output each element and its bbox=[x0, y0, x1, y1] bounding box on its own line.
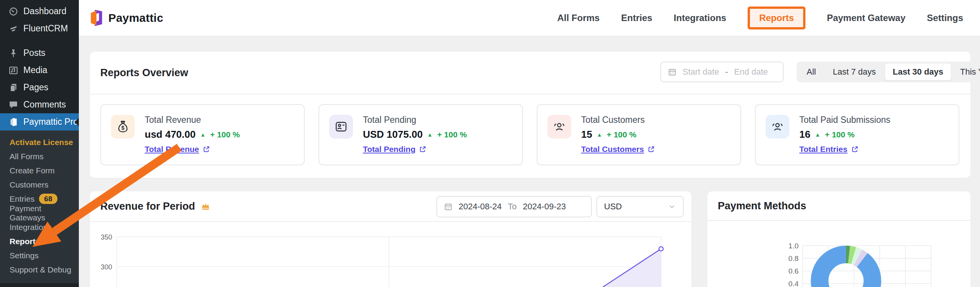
tab-reports[interactable]: Reports bbox=[748, 7, 805, 29]
sidebar-item-label: Paymattic Pro bbox=[23, 117, 78, 127]
stat-change: + 100 % bbox=[825, 130, 855, 139]
sidebar-item-label: Pages bbox=[23, 82, 48, 93]
revenue-for-period-card: Revenue for Period 2024-08-24 To 2024-09… bbox=[90, 191, 691, 287]
currency-select-value: USD bbox=[604, 202, 622, 212]
stat-card-total-revenue: $ Total Revenue usd 470.00 ▲ + 100 % Tot… bbox=[100, 104, 305, 165]
revenue-start-date: 2024-08-24 bbox=[459, 202, 502, 212]
sidebar-item-label: Media bbox=[23, 65, 47, 75]
stat-change: + 100 % bbox=[437, 130, 467, 139]
stat-value: 16 bbox=[799, 129, 810, 140]
money-bag-icon: $ bbox=[111, 115, 135, 139]
revenue-date-range-input[interactable]: 2024-08-24 To 2024-09-23 bbox=[436, 196, 592, 217]
stat-content: Total Pending USD 1075.00 ▲ + 100 % Tota… bbox=[363, 115, 467, 155]
calendar-icon bbox=[668, 68, 676, 76]
entries-count-badge: 68 bbox=[39, 194, 57, 204]
top-navigation: All Forms Entries Integrations Reports P… bbox=[557, 7, 980, 29]
crown-icon bbox=[201, 201, 211, 211]
overview-header: Reports Overview Start date - End date A… bbox=[90, 52, 970, 95]
external-link-icon bbox=[647, 145, 655, 153]
stat-value: USD 1075.00 bbox=[363, 129, 423, 140]
sidebar-item-reports[interactable]: Reports bbox=[0, 234, 79, 248]
external-link-icon bbox=[851, 145, 859, 153]
stat-card-total-paid-submissions: Total Paid Submissions 16 ▲ + 100 % Tota… bbox=[755, 104, 959, 165]
pushpin-icon bbox=[8, 48, 18, 58]
sidebar-item-settings[interactable]: Settings bbox=[0, 248, 79, 263]
end-date-placeholder: End date bbox=[734, 67, 768, 77]
pages-icon bbox=[8, 83, 18, 93]
revenue-end-date: 2024-09-23 bbox=[523, 202, 566, 212]
sidebar-item-create-form[interactable]: Create Form bbox=[0, 163, 79, 178]
paymattic-logo-icon bbox=[90, 10, 103, 26]
submenu-label: All Forms bbox=[10, 152, 44, 161]
stat-link-total-pending[interactable]: Total Pending bbox=[363, 145, 467, 154]
range-button-last-7-days[interactable]: Last 7 days bbox=[825, 64, 884, 80]
stat-link-total-customers[interactable]: Total Customers bbox=[581, 145, 655, 154]
submenu-label: Create Form bbox=[10, 166, 55, 175]
trend-up-icon: ▲ bbox=[597, 132, 602, 138]
id-card-icon bbox=[329, 115, 353, 139]
sidebar-separator bbox=[0, 37, 79, 44]
stat-link-total-revenue[interactable]: Total Revenue bbox=[145, 145, 240, 154]
overview-date-range-input[interactable]: Start date - End date bbox=[660, 62, 784, 82]
range-button-this-year[interactable]: This Year bbox=[952, 64, 980, 80]
paymattic-reports-page: Dashboard FluentCRM Posts Media Pages Co… bbox=[0, 0, 980, 287]
sidebar-item-label: Comments bbox=[23, 99, 66, 110]
submenu-label: Settings bbox=[10, 251, 39, 260]
reports-overview-card: Reports Overview Start date - End date A… bbox=[90, 52, 970, 178]
submenu-label: Payment Gateways bbox=[10, 204, 79, 222]
page-title: Reports Overview bbox=[100, 67, 188, 79]
sidebar-item-posts[interactable]: Posts bbox=[0, 44, 79, 62]
sidebar-item-activate-license[interactable]: Activate License bbox=[0, 135, 79, 149]
stat-link-label: Total Revenue bbox=[145, 145, 199, 154]
sidebar-item-media[interactable]: Media bbox=[0, 62, 79, 79]
date-range-segmented-control: All Last 7 days Last 30 days This Year bbox=[797, 62, 980, 82]
stat-card-total-customers: Total Customers 15 ▲ + 100 % Total Custo… bbox=[537, 104, 741, 165]
calendar-icon bbox=[444, 202, 452, 211]
payment-methods-card: Payment Methods 1.00.80.60.4 bbox=[707, 191, 970, 287]
tab-integrations[interactable]: Integrations bbox=[674, 13, 726, 23]
brand: Paymattic bbox=[79, 10, 163, 26]
tab-payment-gateway[interactable]: Payment Gateway bbox=[827, 13, 905, 23]
media-icon bbox=[8, 65, 18, 75]
date-separator: - bbox=[725, 67, 728, 77]
stat-link-label: Total Pending bbox=[363, 145, 415, 154]
stat-content: Total Revenue usd 470.00 ▲ + 100 % Total… bbox=[145, 115, 240, 155]
range-button-all[interactable]: All bbox=[799, 64, 823, 80]
range-button-last-30-days[interactable]: Last 30 days bbox=[885, 64, 951, 80]
sidebar-item-comments[interactable]: Comments bbox=[0, 96, 79, 113]
stat-value: 15 bbox=[581, 129, 592, 140]
sidebar-item-fluentcrm[interactable]: FluentCRM bbox=[0, 20, 79, 37]
trend-up-icon: ▲ bbox=[815, 132, 820, 138]
tab-entries[interactable]: Entries bbox=[621, 13, 652, 23]
sidebar-item-paymattic-pro[interactable]: Paymattic Pro bbox=[0, 113, 79, 130]
sidebar-item-dashboard[interactable]: Dashboard bbox=[0, 3, 79, 20]
stat-link-total-entries[interactable]: Total Entries bbox=[799, 145, 890, 154]
sidebar-item-payment-gateways[interactable]: Payment Gateways bbox=[0, 206, 79, 220]
stat-title: Total Paid Submissions bbox=[799, 115, 890, 125]
external-link-icon bbox=[203, 145, 210, 153]
paymattic-icon bbox=[8, 117, 18, 127]
sidebar-item-pages[interactable]: Pages bbox=[0, 79, 79, 96]
svg-text:300: 300 bbox=[101, 263, 112, 271]
date-to-label: To bbox=[508, 202, 517, 212]
sidebar-item-integrations[interactable]: Integrations bbox=[0, 220, 79, 234]
sidebar-item-customers[interactable]: Customers bbox=[0, 178, 79, 192]
svg-text:0.4: 0.4 bbox=[789, 280, 799, 287]
tab-settings[interactable]: Settings bbox=[927, 13, 963, 23]
trend-up-icon: ▲ bbox=[427, 132, 433, 138]
fluentcrm-icon bbox=[8, 24, 18, 34]
start-date-placeholder: Start date bbox=[683, 67, 719, 77]
currency-select[interactable]: USD bbox=[596, 196, 684, 217]
stat-value: usd 470.00 bbox=[145, 129, 196, 140]
tab-all-forms[interactable]: All Forms bbox=[557, 13, 600, 23]
paymattic-submenu: Activate License All Forms Create Form C… bbox=[0, 130, 79, 283]
sidebar-item-label: FluentCRM bbox=[23, 23, 68, 34]
sidebar-item-support-debug[interactable]: Support & Debug bbox=[0, 263, 79, 277]
submenu-label: Reports bbox=[10, 237, 40, 246]
revenue-title: Revenue for Period bbox=[100, 201, 195, 212]
payment-methods-header: Payment Methods bbox=[707, 191, 970, 221]
sidebar-item-all-forms[interactable]: All Forms bbox=[0, 149, 79, 163]
wp-admin-sidebar: Dashboard FluentCRM Posts Media Pages Co… bbox=[0, 0, 79, 287]
stat-card-total-pending: Total Pending USD 1075.00 ▲ + 100 % Tota… bbox=[318, 104, 523, 165]
submenu-label: Support & Debug bbox=[10, 265, 71, 274]
